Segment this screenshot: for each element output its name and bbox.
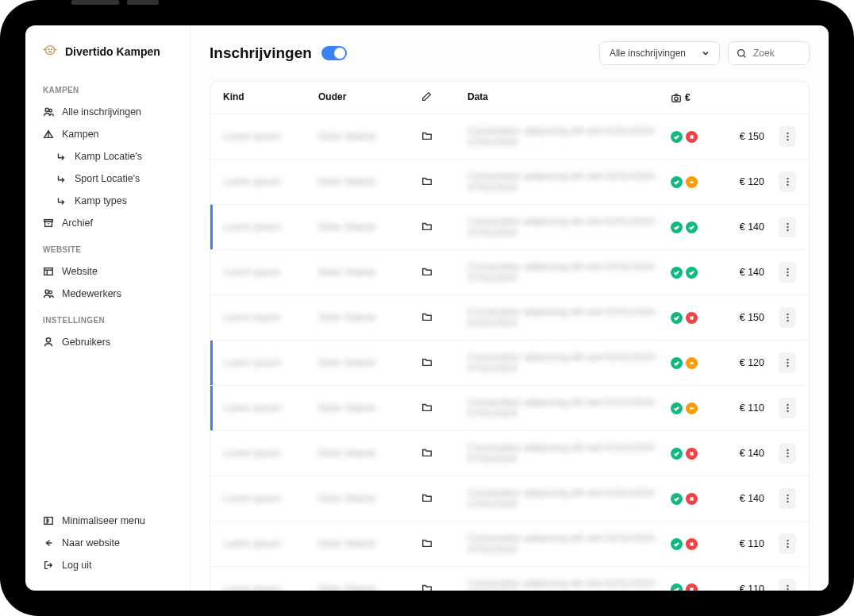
table-row[interactable]: Lorem IpsumDolor SitameConsectetur adipi… [210,205,809,250]
sub-icon [56,195,67,206]
back-icon [43,537,54,549]
status-badge-red [686,312,698,324]
table-row[interactable]: Lorem IpsumDolor SitameConsectetur adipi… [210,567,809,591]
more-button[interactable] [779,307,796,328]
cell-price: € 110 [709,583,764,591]
table-row[interactable]: Lorem IpsumDolor SitameConsectetur adipi… [210,341,809,386]
footer-item-log-uit[interactable]: Log uit [37,554,179,576]
cell-data: Consectetur adipiscing elit sed 01/01/20… [467,533,671,555]
cell-price: € 140 [709,221,764,233]
more-vertical-icon [787,584,789,591]
search-input[interactable] [753,48,801,59]
user-icon [43,337,54,348]
sub-icon [56,151,67,162]
svg-point-39 [787,495,788,496]
filter-label: Alle inschrijvingen [610,48,686,59]
more-button[interactable] [779,533,796,554]
cell-kind: Lorem Ipsum [223,312,318,323]
more-vertical-icon [787,222,789,232]
table-row[interactable]: Lorem IpsumDolor SitameConsectetur adipi… [210,295,809,341]
more-button[interactable] [779,126,796,147]
column-header-ouder[interactable]: Ouder [318,91,421,104]
more-vertical-icon [787,132,789,141]
cell-actions [764,488,796,509]
more-button[interactable] [779,488,796,509]
table-row[interactable]: Lorem IpsumDolor SitameConsectetur adipi… [210,386,809,431]
layout-icon [43,266,54,277]
table-row[interactable]: Lorem IpsumDolor SitameConsectetur adipi… [210,476,809,522]
cell-folder[interactable] [421,266,467,279]
archive-icon [43,218,54,229]
status-badge-green [671,267,683,279]
cell-status [671,583,709,591]
table-row[interactable]: Lorem IpsumDolor SitameConsectetur adipi… [210,250,809,295]
more-button[interactable] [779,398,796,418]
cell-folder[interactable] [421,583,467,591]
folder-icon [421,266,433,277]
sidebar-item-kampen[interactable]: Kampen [37,123,179,145]
cell-folder[interactable] [421,311,467,325]
svg-point-3 [45,108,48,111]
sidebar-item-kamp-locatie-s[interactable]: Kamp Locatie's [37,145,179,167]
more-button[interactable] [779,352,796,373]
cell-folder[interactable] [421,402,467,415]
footer-item-label: Log uit [62,560,92,571]
more-button[interactable] [779,262,796,283]
cell-folder[interactable] [421,175,467,189]
cell-folder[interactable] [421,447,467,460]
cell-folder[interactable] [421,130,467,144]
cell-ouder: Dolor Sitame [318,267,421,278]
view-toggle[interactable] [321,46,347,60]
more-vertical-icon [787,403,789,413]
tent-icon [43,129,54,140]
nav-item-label: Sport Locatie's [75,173,140,184]
sidebar-item-gebruikers[interactable]: Gebruikers [37,331,179,353]
cell-actions [764,126,796,147]
more-button[interactable] [779,217,796,237]
chevron-down-icon [702,49,710,57]
cell-folder[interactable] [421,221,467,234]
sidebar-item-archief[interactable]: Archief [37,212,179,234]
cell-folder[interactable] [421,492,467,506]
search-box[interactable] [728,41,810,65]
status-badge-green [671,221,683,233]
sidebar-item-medewerkers[interactable]: Medewerkers [37,283,179,305]
table-row[interactable]: Lorem IpsumDolor SitameConsectetur adipi… [210,114,809,160]
sidebar-item-sport-locatie-s[interactable]: Sport Locatie's [37,167,179,190]
status-badge-red [686,493,698,505]
cell-folder[interactable] [421,356,467,370]
table-header: Kind Ouder Data € [210,82,809,114]
status-badge-orange [686,402,698,414]
more-button[interactable] [779,171,796,192]
more-vertical-icon [787,539,789,549]
users-icon [43,288,54,299]
svg-point-28 [787,317,788,318]
sidebar-item-kamp-types[interactable]: Kamp types [37,190,179,212]
footer-item-label: Minimaliseer menu [62,515,145,526]
cell-actions [764,579,796,591]
footer-item-minimaliseer-menu[interactable]: Minimaliseer menu [37,510,179,532]
svg-rect-11 [44,518,53,525]
svg-point-23 [787,229,788,231]
cell-ouder: Dolor Sitame [318,538,421,549]
table-row[interactable]: Lorem IpsumDolor SitameConsectetur adipi… [210,431,809,476]
filter-dropdown[interactable]: Alle inschrijvingen [599,41,720,65]
nav-section: INSTELLINGENGebruikers [37,313,179,353]
footer-item-naar-website[interactable]: Naar website [37,532,179,554]
column-header-kind[interactable]: Kind [223,91,318,104]
svg-point-27 [787,314,788,315]
sidebar-item-alle-inschrijvingen[interactable]: Alle inschrijvingen [37,101,179,123]
cell-status [671,402,709,414]
svg-point-32 [787,365,788,367]
svg-point-2 [51,49,52,50]
table-row[interactable]: Lorem IpsumDolor SitameConsectetur adipi… [210,522,809,567]
sidebar-item-website[interactable]: Website [37,260,179,283]
cell-folder[interactable] [421,537,467,551]
more-button[interactable] [779,443,796,464]
more-vertical-icon [787,449,789,458]
svg-point-43 [787,543,788,545]
column-header-data[interactable]: Data [467,91,671,104]
more-button[interactable] [779,579,796,591]
table-row[interactable]: Lorem IpsumDolor SitameConsectetur adipi… [210,160,809,205]
nav-section-title: INSTELLINGEN [37,313,179,328]
